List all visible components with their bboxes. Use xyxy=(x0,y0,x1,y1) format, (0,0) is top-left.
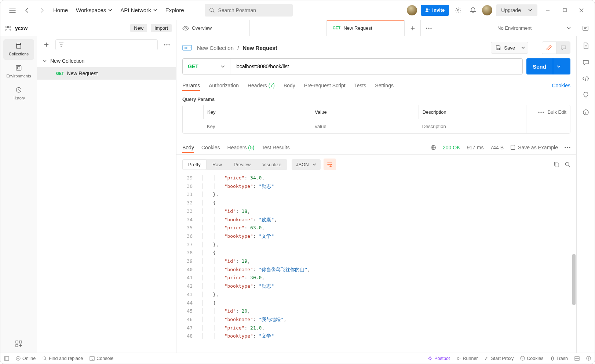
bulk-edit-link[interactable]: Bulk Edit xyxy=(548,109,566,115)
sb-trash[interactable]: Trash xyxy=(550,356,568,361)
method-select[interactable]: GET xyxy=(183,59,230,74)
tree-more-button[interactable] xyxy=(161,39,172,50)
save-button[interactable]: Save xyxy=(491,42,528,54)
reqtab-prerequest[interactable]: Pre-request Script xyxy=(304,80,346,91)
http-icon: HTTP xyxy=(182,44,192,51)
create-collection-button[interactable] xyxy=(41,39,52,50)
upgrade-button[interactable]: Upgrade xyxy=(496,4,537,16)
view-preview[interactable]: Preview xyxy=(228,159,256,170)
copy-button[interactable] xyxy=(554,161,559,168)
sb-find-replace[interactable]: Find and replace xyxy=(42,356,83,361)
sb-layout[interactable] xyxy=(4,356,9,361)
sb-online[interactable]: Online xyxy=(16,356,36,361)
hamburger-menu[interactable] xyxy=(7,5,18,16)
rail-history[interactable]: History xyxy=(3,83,34,104)
rail-environments[interactable]: Environments xyxy=(3,61,34,82)
save-as-example[interactable]: Save as Example xyxy=(510,145,558,150)
chevron-down-icon xyxy=(313,163,316,166)
url-input[interactable] xyxy=(230,59,522,74)
request-row[interactable]: GET New Request xyxy=(37,67,176,80)
sb-postbot[interactable]: Postbot xyxy=(428,356,450,361)
comment-button[interactable] xyxy=(556,42,570,54)
window-minimize[interactable] xyxy=(541,8,554,12)
tab-new-request[interactable]: GET New Request xyxy=(327,20,405,36)
nav-forward-button[interactable] xyxy=(36,5,47,16)
resptab-test-results[interactable]: Test Results xyxy=(262,142,289,153)
plus-icon xyxy=(410,26,415,31)
reqtab-headers[interactable]: Headers (7) xyxy=(248,80,275,91)
import-button[interactable]: Import xyxy=(151,24,172,32)
param-desc-input[interactable] xyxy=(419,119,526,133)
window-maximize[interactable] xyxy=(558,8,571,12)
wrap-lines-button[interactable] xyxy=(324,159,336,170)
reqtab-authorization[interactable]: Authorization xyxy=(209,80,239,91)
invite-button[interactable]: Invite xyxy=(421,5,449,16)
send-button[interactable]: Send xyxy=(526,58,570,74)
team-avatar[interactable] xyxy=(407,5,417,15)
scrollbar-thumb[interactable] xyxy=(572,254,576,305)
tab-untitled[interactable] xyxy=(250,20,327,36)
resptab-cookies[interactable]: Cookies xyxy=(201,142,220,153)
view-visualize[interactable]: Visualize xyxy=(256,159,287,170)
param-value-input[interactable] xyxy=(311,119,418,133)
search-in-response[interactable] xyxy=(565,161,570,167)
sb-runner[interactable]: Runner xyxy=(457,356,478,361)
globe-icon[interactable] xyxy=(430,145,436,150)
code-button[interactable] xyxy=(582,76,589,81)
view-raw[interactable]: Raw xyxy=(207,159,228,170)
collection-row[interactable]: New Collection xyxy=(37,55,176,67)
settings-button[interactable] xyxy=(453,5,464,16)
sb-start-proxy[interactable]: Start Proxy xyxy=(485,356,514,361)
ellipsis-icon[interactable] xyxy=(538,112,544,113)
sb-cookies[interactable]: Cookies xyxy=(520,356,543,361)
breadcrumb[interactable]: New Collection / New Request xyxy=(197,45,277,51)
related-button[interactable] xyxy=(583,91,589,99)
environment-select[interactable]: No Environment xyxy=(492,20,576,36)
global-search-input[interactable] xyxy=(218,7,288,14)
svg-point-15 xyxy=(168,44,169,45)
chevron-down-icon xyxy=(528,9,532,11)
reqtab-params[interactable]: Params xyxy=(182,80,200,91)
tab-overview[interactable]: Overview xyxy=(176,20,250,36)
sb-two-pane[interactable] xyxy=(574,356,580,361)
grid-plus-icon xyxy=(15,340,22,347)
svg-point-28 xyxy=(565,147,566,148)
comments-button[interactable] xyxy=(583,60,589,66)
format-select[interactable]: JSON xyxy=(292,159,321,170)
wrap-icon xyxy=(327,162,333,167)
search-icon xyxy=(42,356,47,361)
environment-quicklook[interactable] xyxy=(576,20,595,36)
view-pretty[interactable]: Pretty xyxy=(182,159,207,170)
sb-help[interactable] xyxy=(586,356,591,361)
reqtab-settings[interactable]: Settings xyxy=(375,80,394,91)
workspace-name[interactable]: ycxw xyxy=(15,25,127,31)
user-avatar[interactable] xyxy=(482,5,492,15)
window-close[interactable] xyxy=(575,8,588,12)
rail-configure[interactable] xyxy=(3,338,34,350)
response-body[interactable]: 29│ │ "price": 34.0,30│ │ "booktype": "励… xyxy=(176,174,576,353)
nav-api-network[interactable]: API Network xyxy=(118,6,159,15)
tab-actions-button[interactable] xyxy=(421,20,437,36)
cookies-link[interactable]: Cookies xyxy=(552,83,570,88)
global-search[interactable] xyxy=(205,4,293,17)
nav-back-button[interactable] xyxy=(22,5,33,16)
edit-button[interactable] xyxy=(542,42,556,54)
workspace-icon xyxy=(5,25,11,31)
new-tab-button[interactable] xyxy=(405,20,421,36)
sb-console[interactable]: Console xyxy=(90,356,113,361)
rail-collections[interactable]: Collections xyxy=(3,39,34,60)
reqtab-body[interactable]: Body xyxy=(284,80,295,91)
response-more-button[interactable] xyxy=(565,147,570,148)
nav-explore[interactable]: Explore xyxy=(163,6,186,15)
reqtab-tests[interactable]: Tests xyxy=(354,80,366,91)
docs-button[interactable] xyxy=(583,42,589,50)
new-button[interactable]: New xyxy=(130,24,147,32)
nav-workspaces[interactable]: Workspaces xyxy=(74,6,114,15)
resptab-body[interactable]: Body xyxy=(182,142,194,153)
param-key-input[interactable] xyxy=(203,119,311,133)
info-button[interactable] xyxy=(583,109,589,116)
notifications-button[interactable] xyxy=(467,5,478,16)
tree-filter[interactable] xyxy=(55,39,158,50)
nav-home[interactable]: Home xyxy=(51,6,70,15)
resptab-headers[interactable]: Headers (5) xyxy=(227,142,255,153)
